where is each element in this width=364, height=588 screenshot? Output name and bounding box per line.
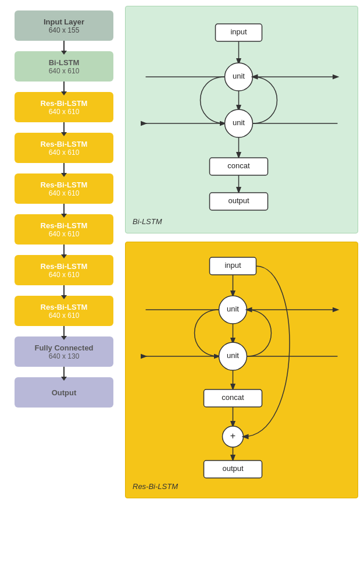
arrow-5 bbox=[63, 245, 65, 255]
bilstm-input-label: input bbox=[230, 27, 247, 36]
bilstm-curve-right bbox=[253, 77, 277, 123]
res-input-label: input bbox=[224, 261, 241, 270]
bilstm-output-label: output bbox=[228, 196, 249, 205]
res-concat-label: concat bbox=[222, 393, 244, 402]
res-bilstm-panel-label: Res-Bi-LSTM bbox=[133, 482, 351, 491]
input-layer-box: Input Layer 640 x 155 bbox=[15, 10, 113, 41]
bilstm-concat-label: concat bbox=[227, 161, 250, 170]
res-curve-right bbox=[247, 310, 272, 356]
fully-connected-box: Fully Connected 640 x 130 bbox=[15, 336, 113, 367]
res-bilstm-diagram: input unit unit co bbox=[133, 252, 351, 479]
res-bilstm-panel: input unit unit co bbox=[125, 242, 358, 498]
arrow-6 bbox=[63, 285, 65, 296]
arrow-7 bbox=[63, 326, 65, 336]
bilstm-panel: input unit unit co bbox=[125, 6, 358, 233]
arrow-1 bbox=[63, 82, 65, 92]
res-bilstm-box-5: Res-Bi-LSTM 640 x 610 bbox=[15, 255, 113, 285]
arrow-8 bbox=[63, 367, 65, 377]
arrow-2 bbox=[63, 122, 65, 133]
arrow-3 bbox=[63, 163, 65, 173]
right-column: input unit unit co bbox=[122, 0, 364, 588]
res-output-label: output bbox=[222, 464, 244, 473]
res-unit2-label: unit bbox=[227, 351, 239, 360]
bilstm-box: Bi-LSTM 640 x 610 bbox=[15, 51, 113, 82]
arrow-0 bbox=[63, 41, 65, 51]
bilstm-curve-left bbox=[201, 77, 225, 123]
output-box: Output bbox=[15, 377, 113, 408]
res-curve-left bbox=[195, 310, 219, 356]
res-plus-label: + bbox=[230, 431, 235, 441]
res-residual-curve bbox=[244, 266, 290, 437]
res-bilstm-box-1: Res-Bi-LSTM 640 x 610 bbox=[15, 92, 113, 122]
bilstm-unit2-label: unit bbox=[233, 118, 245, 127]
left-column: Input Layer 640 x 155 Bi-LSTM 640 x 610 … bbox=[0, 0, 122, 588]
bilstm-diagram: input unit unit co bbox=[133, 16, 351, 214]
res-bilstm-box-2: Res-Bi-LSTM 640 x 610 bbox=[15, 133, 113, 163]
res-bilstm-box-6: Res-Bi-LSTM 640 x 610 bbox=[15, 296, 113, 326]
res-unit1-label: unit bbox=[227, 304, 239, 313]
arrow-4 bbox=[63, 204, 65, 214]
res-bilstm-box-3: Res-Bi-LSTM 640 x 610 bbox=[15, 173, 113, 204]
bilstm-unit1-label: unit bbox=[233, 72, 245, 80]
bilstm-panel-label: Bi-LSTM bbox=[133, 217, 351, 226]
res-bilstm-box-4: Res-Bi-LSTM 640 x 610 bbox=[15, 214, 113, 245]
